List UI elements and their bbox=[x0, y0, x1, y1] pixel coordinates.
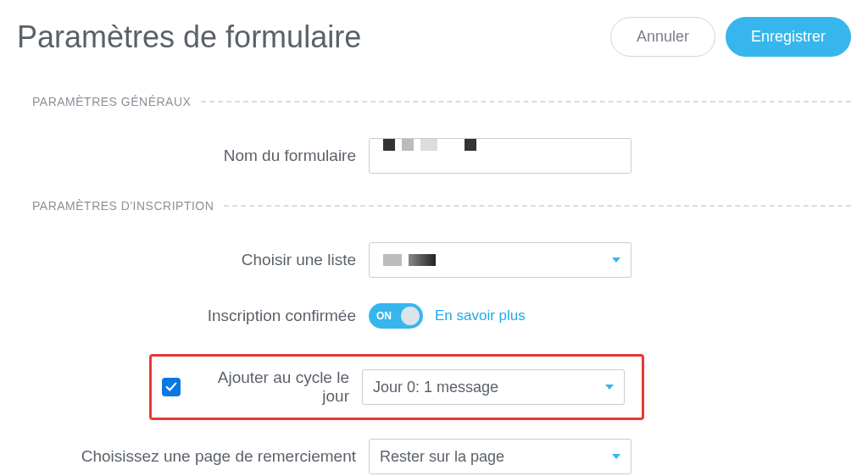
chevron-down-icon bbox=[612, 454, 620, 459]
thankyou-value: Rester sur la page bbox=[380, 448, 504, 466]
check-icon bbox=[165, 381, 177, 393]
cycle-day-value: Jour 0: 1 message bbox=[373, 379, 498, 396]
cycle-day-select[interactable]: Jour 0: 1 message bbox=[362, 369, 625, 405]
toggle-knob bbox=[401, 307, 420, 325]
add-to-cycle-checkbox[interactable] bbox=[162, 378, 181, 396]
cancel-button[interactable]: Annuler bbox=[610, 17, 715, 57]
choose-list-select[interactable] bbox=[369, 242, 632, 278]
learn-more-link[interactable]: En savoir plus bbox=[435, 307, 526, 324]
label-form-name: Nom du formulaire bbox=[34, 147, 369, 165]
section-header-inscription: PARAMÈTRES D'INSCRIPTION bbox=[32, 199, 851, 213]
row-choose-list: Choisir une liste bbox=[17, 242, 851, 278]
row-thankyou: Choisissez une page de remerciement Rest… bbox=[17, 439, 851, 474]
divider bbox=[201, 101, 851, 102]
chevron-down-icon bbox=[612, 257, 620, 263]
row-confirmed: Inscription confirmée ON En savoir plus bbox=[17, 303, 851, 329]
label-confirmed: Inscription confirmée bbox=[34, 307, 369, 325]
label-add-to-cycle: Ajouter au cycle le jour bbox=[189, 368, 349, 406]
label-add-to-cycle-wrap: Ajouter au cycle le jour bbox=[162, 368, 362, 406]
row-form-name: Nom du formulaire bbox=[17, 138, 851, 174]
redacted-value bbox=[380, 254, 439, 266]
form-name-input[interactable] bbox=[369, 138, 632, 174]
toggle-on-label: ON bbox=[376, 310, 392, 322]
section-header-general: PARAMÈTRES GÉNÉRAUX bbox=[32, 95, 851, 108]
divider bbox=[224, 205, 851, 207]
row-add-to-cycle-highlighted: Ajouter au cycle le jour Jour 0: 1 messa… bbox=[149, 354, 644, 420]
label-thankyou: Choisissez une page de remerciement bbox=[34, 447, 369, 466]
thankyou-select[interactable]: Rester sur la page bbox=[369, 439, 632, 474]
label-choose-list: Choisir une liste bbox=[34, 251, 369, 269]
redacted-value bbox=[380, 139, 620, 151]
page-title: Paramètres de formulaire bbox=[17, 19, 361, 55]
save-button[interactable]: Enregistrer bbox=[726, 17, 851, 57]
section-label-general: PARAMÈTRES GÉNÉRAUX bbox=[32, 95, 191, 108]
chevron-down-icon bbox=[605, 385, 614, 390]
header-actions: Annuler Enregistrer bbox=[610, 17, 851, 57]
confirmed-toggle[interactable]: ON bbox=[369, 303, 423, 329]
section-label-inscription: PARAMÈTRES D'INSCRIPTION bbox=[32, 199, 214, 213]
